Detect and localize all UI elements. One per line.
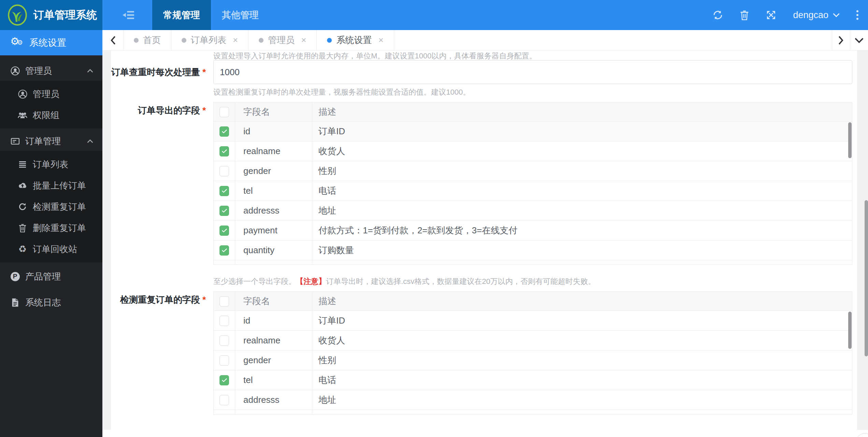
sidebar-group-orders: 订单管理订单列表批量上传订单检测重复订单删除重复订单♻订单回收站	[0, 131, 102, 262]
sidebar-subitem-order-list[interactable]: 订单列表	[0, 154, 102, 175]
checkbox-unchecked[interactable]	[219, 355, 229, 366]
tab-close-icon[interactable]: ×	[233, 35, 238, 45]
tabbar: 首页订单列表×管理员×系统设置×	[102, 30, 868, 51]
checkbox-checked[interactable]	[219, 126, 229, 137]
top-menu-item-other[interactable]: 其他管理	[211, 0, 270, 30]
row-checkbox-cell	[214, 260, 235, 265]
collapse-sidebar-icon[interactable]	[122, 10, 134, 20]
sidebar-subitem-label: 检测重复订单	[33, 201, 86, 213]
sidebar-subitem-order-recycle-bin[interactable]: ♻订单回收站	[0, 238, 102, 260]
checkbox-checked[interactable]	[219, 186, 229, 196]
tab-status-dot	[134, 38, 139, 43]
sidebar-subitem-permission-group[interactable]: 权限组	[0, 105, 102, 126]
table-scrollbar-thumb[interactable]	[848, 312, 852, 349]
checkbox-unchecked[interactable]	[219, 336, 229, 346]
sidebar-group-admin: 管理员管理员权限组	[0, 61, 102, 128]
field-name-cell: realname	[235, 331, 312, 350]
tab-admin[interactable]: 管理员×	[248, 30, 317, 50]
sidebar-item-system-settings[interactable]: ⚙⚙ 系统设置	[0, 30, 102, 55]
row-checkbox-cell	[214, 161, 235, 181]
column-header-field: 字段名	[235, 103, 312, 121]
sidebar-item-label: 系统日志	[25, 297, 61, 309]
orders-icon	[10, 137, 20, 146]
tab-system-settings[interactable]: 系统设置×	[317, 30, 394, 50]
checkbox-unchecked[interactable]	[219, 166, 229, 176]
trash-icon	[18, 223, 27, 233]
tab-list-collapse-icon[interactable]	[850, 30, 868, 50]
table-scrollbar-thumb[interactable]	[848, 122, 852, 158]
top-menu: 常规管理 其他管理	[152, 0, 270, 30]
chevron-up-icon	[87, 69, 94, 73]
tab-label: 系统设置	[336, 34, 372, 46]
checkbox-unchecked[interactable]	[219, 316, 229, 326]
page-scrollbar-thumb[interactable]	[865, 200, 868, 356]
field-desc-cell: 电话	[312, 181, 852, 201]
main-content: 设置处理导入订单时允许使用的最大内存，单位M。建议设置1000以内，具体看服务器…	[102, 51, 868, 437]
recycle-icon: ♻	[18, 245, 27, 254]
sidebar-item-products[interactable]: P产品管理	[0, 267, 102, 286]
top-menu-item-general[interactable]: 常规管理	[152, 0, 211, 30]
user-menu[interactable]: dengcao	[793, 10, 840, 21]
checkbox-checked[interactable]	[219, 206, 229, 216]
form-row-duplicate-fields: 检测重复订单的字段* 字段名描述id订单IDrealname收货人gender性…	[213, 291, 852, 415]
trash-icon[interactable]	[740, 10, 749, 21]
duplicate-fields-table: 字段名描述id订单IDrealname收货人gender性别tel电话addre…	[213, 291, 852, 415]
field-desc-cell: 收货人	[312, 141, 852, 161]
checkbox-checked[interactable]	[219, 245, 229, 256]
field-name-cell: addresss	[235, 201, 312, 220]
field-name-cell: id	[235, 122, 312, 141]
chevron-down-icon	[833, 13, 840, 17]
table-row-addresss: addresss地址	[214, 390, 852, 410]
checkbox-checked[interactable]	[219, 146, 229, 156]
column-header-field: 字段名	[235, 292, 312, 311]
checkbox-checked[interactable]	[219, 226, 229, 236]
tab-order-list[interactable]: 订单列表×	[171, 30, 248, 50]
sidebar-groups: 管理员管理员权限组订单管理订单列表批量上传订单检测重复订单删除重复订单♻订单回收…	[0, 61, 102, 312]
tab-scroll-left-icon[interactable]	[102, 30, 124, 50]
field-desc-cell: 付款方式：1=货到付款，2=款到发货，3=在线支付	[312, 221, 852, 240]
sidebar-item-label: 系统设置	[29, 37, 66, 49]
tab-close-icon[interactable]: ×	[378, 35, 383, 45]
tab-close-icon[interactable]: ×	[301, 35, 306, 45]
tabbar-right-controls	[832, 30, 868, 50]
tab-home[interactable]: 首页	[124, 30, 171, 50]
app-header: 订单管理系统 常规管理 其他管理	[0, 0, 868, 30]
table-header-checkbox-cell	[214, 103, 235, 121]
fullscreen-icon[interactable]	[766, 10, 777, 21]
sidebar-item-orders[interactable]: 订单管理	[0, 131, 102, 151]
field-name-cell	[235, 410, 312, 415]
select-all-checkbox[interactable]	[219, 107, 229, 117]
tab-status-dot	[259, 38, 264, 43]
field-desc-cell: 地址	[312, 390, 852, 410]
sidebar-subitem-detect-duplicate-orders[interactable]: 检测重复订单	[0, 196, 102, 217]
refresh-icon[interactable]	[712, 10, 723, 21]
select-all-checkbox[interactable]	[219, 296, 229, 306]
tab-scroll-right-icon[interactable]	[832, 30, 850, 50]
sidebar-item-label: 管理员	[25, 65, 52, 77]
users-icon	[18, 111, 27, 120]
sidebar-submenu-orders: 订单列表批量上传订单检测重复订单删除重复订单♻订单回收站	[0, 151, 102, 262]
field-name-cell: gender	[235, 351, 312, 370]
user-circle-icon	[18, 90, 27, 99]
sidebar-subitem-label: 删除重复订单	[33, 222, 86, 234]
column-header-desc: 描述	[312, 103, 852, 121]
username: dengcao	[793, 10, 828, 21]
sidebar-subitem-delete-duplicate-orders[interactable]: 删除重复订单	[0, 217, 102, 238]
table-row-gender: gender性别	[214, 161, 852, 181]
sidebar-item-system-logs[interactable]: 系统日志	[0, 292, 102, 312]
sidebar-item-admin[interactable]: 管理员	[0, 61, 102, 81]
checkbox-unchecked[interactable]	[219, 395, 229, 405]
more-options-icon[interactable]	[856, 10, 858, 20]
sidebar-subitem-admin-list[interactable]: 管理员	[0, 83, 102, 105]
table-row-partial	[214, 410, 852, 415]
warning-label: 【注意】	[296, 277, 326, 286]
checkbox-checked[interactable]	[219, 375, 229, 385]
sidebar-subitem-bulk-upload-orders[interactable]: 批量上传订单	[0, 175, 102, 196]
batch-size-input[interactable]	[213, 60, 852, 84]
field-desc-cell: 性别	[312, 161, 852, 181]
app-title: 订单管理系统	[33, 8, 97, 22]
sidebar-subitem-label: 批量上传订单	[33, 180, 86, 192]
field-label: 订单查重时每次处理量*	[111, 60, 206, 84]
row-checkbox-cell	[214, 410, 235, 415]
field-name-cell	[235, 260, 312, 265]
